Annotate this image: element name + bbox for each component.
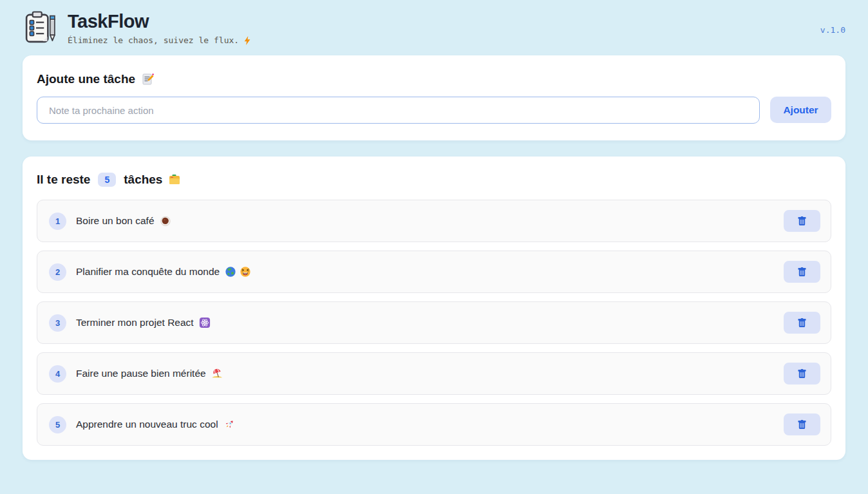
rocket-icon xyxy=(223,419,235,430)
atom-icon xyxy=(199,317,211,328)
zap-icon xyxy=(243,36,252,45)
beach-umbrella-icon xyxy=(211,368,223,379)
task-emojis xyxy=(225,266,251,278)
trash-icon xyxy=(797,369,807,379)
brand-text: TaskFlow Éliminez le chaos, suivez le fl… xyxy=(68,10,252,45)
tagline-text: Éliminez le chaos, suivez le flux. xyxy=(68,35,239,45)
app-title: TaskFlow xyxy=(68,10,252,32)
remaining-suffix: tâches xyxy=(124,173,162,187)
trash-icon xyxy=(797,216,807,226)
add-task-card: Ajoute une tâche Ajouter xyxy=(23,55,845,140)
add-task-row: Ajouter xyxy=(37,97,831,124)
new-task-input[interactable] xyxy=(37,97,760,124)
task-list-card: Il te reste 5 tâches 1 Boire un bon café… xyxy=(23,157,845,460)
trash-icon xyxy=(797,420,807,430)
task-emojis xyxy=(223,419,235,430)
app-tagline: Éliminez le chaos, suivez le flux. xyxy=(68,35,252,45)
delete-task-button[interactable] xyxy=(784,210,820,232)
task-row: 3 Terminer mon projet React xyxy=(37,301,831,344)
version-label: v.1.0 xyxy=(820,25,845,35)
task-number-badge: 1 xyxy=(49,213,66,230)
task-number-badge: 3 xyxy=(49,314,66,332)
add-task-heading-text: Ajoute une tâche xyxy=(37,72,135,86)
brand: TaskFlow Éliminez le chaos, suivez le fl… xyxy=(23,10,252,46)
task-number-badge: 2 xyxy=(49,263,66,281)
laughing-face-icon xyxy=(240,266,251,278)
globe-icon xyxy=(225,266,236,278)
delete-task-button[interactable] xyxy=(784,413,820,435)
task-text: Planifier ma conquête du monde xyxy=(76,266,220,278)
task-row: 5 Apprendre un nouveau truc cool xyxy=(37,403,831,446)
task-list: 1 Boire un bon café 2 Planifier ma conqu… xyxy=(37,200,831,446)
task-text: Faire une pause bien méritée xyxy=(76,368,206,379)
task-row: 4 Faire une pause bien méritée xyxy=(37,352,831,395)
delete-task-button[interactable] xyxy=(784,312,820,334)
page: TaskFlow Éliminez le chaos, suivez le fl… xyxy=(0,0,868,494)
delete-task-button[interactable] xyxy=(784,363,820,385)
task-list-heading: Il te reste 5 tâches xyxy=(37,173,831,187)
task-number-badge: 5 xyxy=(49,416,66,433)
coffee-icon xyxy=(160,215,171,227)
task-text: Terminer mon projet React xyxy=(76,317,194,328)
add-task-heading: Ajoute une tâche xyxy=(37,72,831,86)
delete-task-button[interactable] xyxy=(784,261,820,283)
task-emojis xyxy=(211,368,223,379)
task-text: Boire un bon café xyxy=(76,215,155,227)
task-text: Apprendre un nouveau truc cool xyxy=(76,419,218,430)
card-index-icon xyxy=(168,173,181,186)
add-task-button[interactable]: Ajouter xyxy=(770,97,831,123)
task-number-badge: 4 xyxy=(49,365,66,383)
clipboard-checklist-icon xyxy=(23,10,59,46)
trash-icon xyxy=(797,267,807,277)
remaining-prefix: Il te reste xyxy=(37,173,90,187)
task-row: 1 Boire un bon café xyxy=(37,200,831,242)
task-row: 2 Planifier ma conquête du monde xyxy=(37,251,831,293)
app-header: TaskFlow Éliminez le chaos, suivez le fl… xyxy=(0,0,868,46)
task-emojis xyxy=(199,317,211,328)
trash-icon xyxy=(797,318,807,328)
memo-icon xyxy=(141,73,154,86)
task-emojis xyxy=(160,215,171,227)
remaining-count-badge: 5 xyxy=(98,173,116,187)
